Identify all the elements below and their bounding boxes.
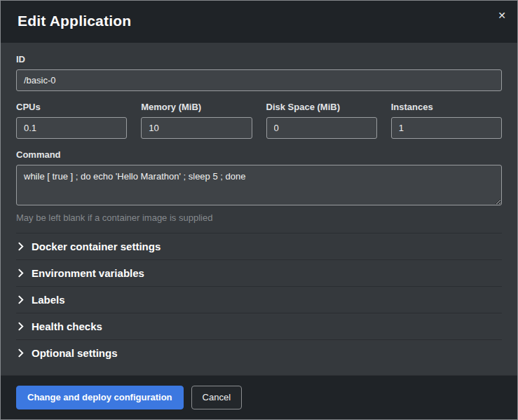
instances-input[interactable] [391, 117, 502, 139]
section-environment-variables[interactable]: Environment variables [16, 259, 502, 286]
section-label: Health checks [32, 320, 102, 332]
cpus-field-group: CPUs [16, 102, 127, 139]
cpus-label: CPUs [16, 102, 127, 112]
disk-input[interactable] [266, 117, 377, 139]
resources-row: CPUs Memory (MiB) Disk Space (MiB) Insta… [16, 102, 502, 139]
edit-application-modal: Edit Application ✕ ID CPUs Memory (MiB) … [0, 0, 518, 420]
chevron-right-icon [18, 242, 24, 251]
disk-label: Disk Space (MiB) [266, 102, 377, 112]
section-label: Docker container settings [32, 241, 161, 252]
modal-footer: Change and deploy configuration Cancel [1, 375, 517, 419]
section-labels[interactable]: Labels [16, 286, 502, 313]
change-and-deploy-button[interactable]: Change and deploy configuration [16, 386, 184, 409]
instances-field-group: Instances [391, 102, 502, 139]
section-health-checks[interactable]: Health checks [16, 313, 502, 339]
id-input[interactable] [16, 69, 502, 91]
memory-field-group: Memory (MiB) [141, 102, 252, 139]
modal-body: ID CPUs Memory (MiB) Disk Space (MiB) In… [1, 43, 517, 375]
command-textarea[interactable]: while [ true ] ; do echo 'Hello Marathon… [16, 165, 502, 205]
chevron-right-icon [18, 295, 24, 304]
close-icon[interactable]: ✕ [498, 11, 506, 20]
chevron-right-icon [18, 269, 24, 278]
section-label: Labels [32, 294, 65, 306]
disk-field-group: Disk Space (MiB) [266, 102, 377, 139]
memory-label: Memory (MiB) [141, 102, 252, 112]
section-label: Environment variables [32, 267, 144, 279]
cancel-button[interactable]: Cancel [191, 386, 242, 409]
section-docker-container-settings[interactable]: Docker container settings [16, 233, 502, 259]
chevron-right-icon [18, 322, 24, 331]
id-label: ID [16, 54, 502, 65]
command-label: Command [16, 149, 502, 160]
memory-input[interactable] [141, 117, 252, 139]
modal-header: Edit Application ✕ [1, 1, 517, 43]
instances-label: Instances [391, 102, 502, 112]
section-optional-settings[interactable]: Optional settings [16, 339, 502, 366]
cpus-input[interactable] [16, 117, 127, 139]
modal-title: Edit Application [18, 13, 500, 29]
command-field-group: Command while [ true ] ; do echo 'Hello … [16, 149, 502, 223]
section-label: Optional settings [32, 347, 118, 359]
chevron-right-icon [18, 348, 24, 358]
command-help-text: May be left blank if a container image i… [16, 212, 502, 223]
id-field-group: ID [16, 54, 502, 91]
collapsible-sections: Docker container settings Environment va… [16, 233, 502, 366]
